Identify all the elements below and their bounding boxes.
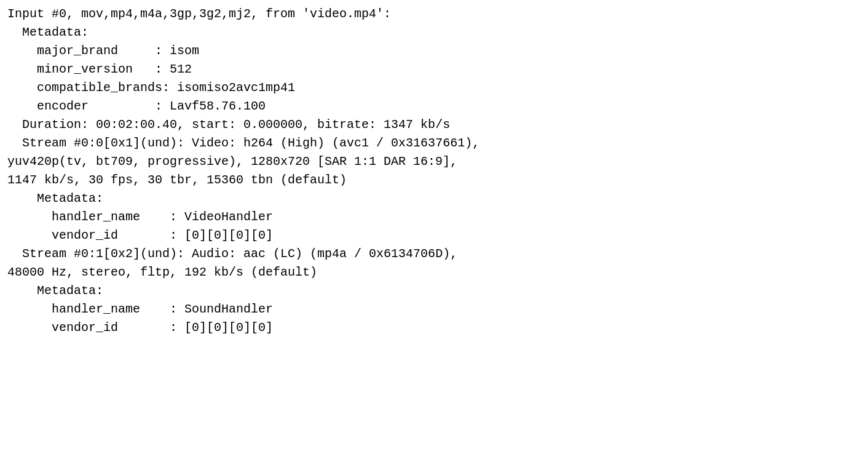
terminal-output: Input #0, mov,mp4,m4a,3gp,3g2,mj2, from … — [7, 5, 861, 337]
